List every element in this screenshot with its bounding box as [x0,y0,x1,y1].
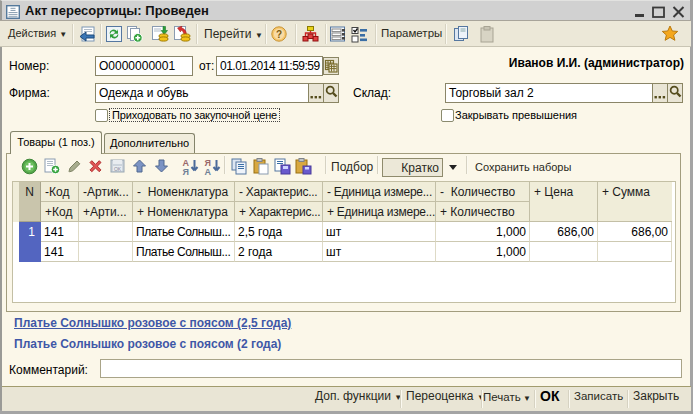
svg-text:?: ? [276,29,282,40]
